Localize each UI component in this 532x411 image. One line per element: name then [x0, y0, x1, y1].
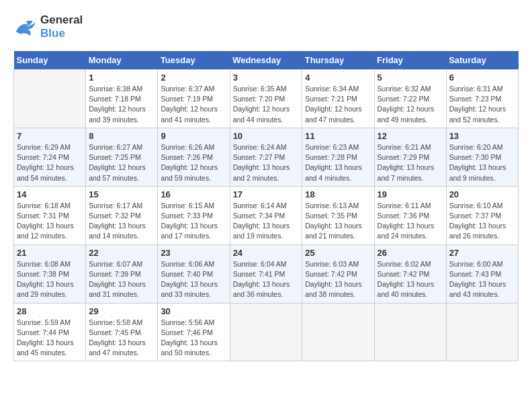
col-header-tuesday: Tuesday [158, 51, 230, 70]
day-cell: 14 Sunrise: 6:18 AM Sunset: 7:31 PM Dayl… [14, 186, 86, 244]
day-cell [14, 70, 86, 128]
day-number: 11 [305, 131, 371, 141]
day-number: 6 [449, 73, 515, 83]
day-info: Sunrise: 6:32 AM Sunset: 7:22 PM Dayligh… [378, 84, 443, 125]
day-number: 30 [161, 306, 226, 316]
day-cell: 3 Sunrise: 6:35 AM Sunset: 7:20 PM Dayli… [230, 70, 302, 128]
week-row-0: 1 Sunrise: 6:38 AM Sunset: 7:18 PM Dayli… [14, 70, 519, 128]
day-info: Sunrise: 6:14 AM Sunset: 7:34 PM Dayligh… [233, 201, 300, 242]
day-info: Sunrise: 6:34 AM Sunset: 7:21 PM Dayligh… [305, 84, 371, 125]
day-info: Sunrise: 6:37 AM Sunset: 7:19 PM Dayligh… [161, 84, 226, 125]
week-row-1: 7 Sunrise: 6:29 AM Sunset: 7:24 PM Dayli… [14, 128, 519, 186]
day-cell [446, 303, 518, 361]
day-cell: 7 Sunrise: 6:29 AM Sunset: 7:24 PM Dayli… [14, 128, 86, 186]
day-number: 22 [89, 248, 154, 258]
day-cell [230, 303, 302, 361]
col-header-sunday: Sunday [14, 51, 86, 70]
day-cell [302, 303, 374, 361]
col-header-monday: Monday [86, 51, 158, 70]
day-info: Sunrise: 6:26 AM Sunset: 7:26 PM Dayligh… [161, 142, 226, 183]
day-cell: 6 Sunrise: 6:31 AM Sunset: 7:23 PM Dayli… [446, 70, 518, 128]
day-cell: 30 Sunrise: 5:56 AM Sunset: 7:46 PM Dayl… [158, 303, 230, 361]
day-cell: 13 Sunrise: 6:20 AM Sunset: 7:30 PM Dayl… [446, 128, 518, 186]
day-cell: 8 Sunrise: 6:27 AM Sunset: 7:25 PM Dayli… [86, 128, 158, 186]
col-header-wednesday: Wednesday [230, 51, 302, 70]
day-number: 26 [378, 248, 443, 258]
day-cell: 19 Sunrise: 6:11 AM Sunset: 7:36 PM Dayl… [374, 186, 446, 244]
day-cell: 9 Sunrise: 6:26 AM Sunset: 7:26 PM Dayli… [158, 128, 230, 186]
day-cell: 10 Sunrise: 6:24 AM Sunset: 7:27 PM Dayl… [230, 128, 302, 186]
day-number: 23 [161, 248, 226, 258]
day-cell: 29 Sunrise: 5:58 AM Sunset: 7:45 PM Dayl… [86, 303, 158, 361]
day-cell: 4 Sunrise: 6:34 AM Sunset: 7:21 PM Dayli… [302, 70, 374, 128]
day-info: Sunrise: 6:35 AM Sunset: 7:20 PM Dayligh… [233, 84, 300, 125]
day-cell: 17 Sunrise: 6:14 AM Sunset: 7:34 PM Dayl… [230, 186, 302, 244]
day-cell: 27 Sunrise: 6:00 AM Sunset: 7:43 PM Dayl… [446, 244, 518, 303]
day-number: 10 [233, 131, 300, 141]
day-info: Sunrise: 6:31 AM Sunset: 7:23 PM Dayligh… [449, 84, 515, 125]
day-info: Sunrise: 6:03 AM Sunset: 7:42 PM Dayligh… [305, 259, 371, 300]
logo-icon [13, 17, 38, 37]
day-cell: 11 Sunrise: 6:23 AM Sunset: 7:28 PM Dayl… [302, 128, 374, 186]
day-info: Sunrise: 6:23 AM Sunset: 7:28 PM Dayligh… [305, 142, 371, 183]
day-cell: 25 Sunrise: 6:03 AM Sunset: 7:42 PM Dayl… [302, 244, 374, 303]
day-cell: 16 Sunrise: 6:15 AM Sunset: 7:33 PM Dayl… [158, 186, 230, 244]
day-number: 28 [17, 306, 83, 316]
day-info: Sunrise: 6:24 AM Sunset: 7:27 PM Dayligh… [233, 142, 300, 183]
day-info: Sunrise: 6:13 AM Sunset: 7:35 PM Dayligh… [305, 201, 371, 242]
day-info: Sunrise: 6:15 AM Sunset: 7:33 PM Dayligh… [161, 201, 226, 242]
day-info: Sunrise: 5:56 AM Sunset: 7:46 PM Dayligh… [161, 318, 226, 359]
day-number: 9 [161, 131, 226, 141]
day-number: 24 [233, 248, 300, 258]
day-cell: 1 Sunrise: 6:38 AM Sunset: 7:18 PM Dayli… [86, 70, 158, 128]
day-cell: 21 Sunrise: 6:08 AM Sunset: 7:38 PM Dayl… [14, 244, 86, 303]
day-info: Sunrise: 6:07 AM Sunset: 7:39 PM Dayligh… [89, 259, 154, 300]
day-info: Sunrise: 6:29 AM Sunset: 7:24 PM Dayligh… [17, 142, 83, 183]
week-row-4: 28 Sunrise: 5:59 AM Sunset: 7:44 PM Dayl… [14, 303, 519, 361]
day-info: Sunrise: 6:27 AM Sunset: 7:25 PM Dayligh… [89, 142, 154, 183]
day-number: 15 [89, 189, 154, 199]
day-number: 3 [233, 73, 300, 83]
day-info: Sunrise: 6:02 AM Sunset: 7:42 PM Dayligh… [378, 259, 443, 300]
day-info: Sunrise: 6:04 AM Sunset: 7:41 PM Dayligh… [233, 259, 300, 300]
day-cell: 28 Sunrise: 5:59 AM Sunset: 7:44 PM Dayl… [14, 303, 86, 361]
day-number: 12 [378, 131, 443, 141]
day-info: Sunrise: 5:59 AM Sunset: 7:44 PM Dayligh… [17, 318, 83, 359]
day-number: 4 [305, 73, 371, 83]
day-info: Sunrise: 6:10 AM Sunset: 7:37 PM Dayligh… [449, 201, 515, 242]
day-cell: 2 Sunrise: 6:37 AM Sunset: 7:19 PM Dayli… [158, 70, 230, 128]
day-info: Sunrise: 6:20 AM Sunset: 7:30 PM Dayligh… [449, 142, 515, 183]
logo: General Blue [13, 13, 83, 40]
day-cell: 23 Sunrise: 6:06 AM Sunset: 7:40 PM Dayl… [158, 244, 230, 303]
header-row: SundayMondayTuesdayWednesdayThursdayFrid… [14, 51, 519, 70]
col-header-thursday: Thursday [302, 51, 374, 70]
calendar-table: SundayMondayTuesdayWednesdayThursdayFrid… [13, 51, 519, 361]
day-number: 8 [89, 131, 154, 141]
day-number: 2 [161, 73, 226, 83]
day-number: 7 [17, 131, 83, 141]
day-number: 25 [305, 248, 371, 258]
day-number: 14 [17, 189, 83, 199]
day-cell: 5 Sunrise: 6:32 AM Sunset: 7:22 PM Dayli… [374, 70, 446, 128]
day-number: 16 [161, 189, 226, 199]
day-number: 27 [449, 248, 515, 258]
day-cell: 22 Sunrise: 6:07 AM Sunset: 7:39 PM Dayl… [86, 244, 158, 303]
day-info: Sunrise: 6:11 AM Sunset: 7:36 PM Dayligh… [378, 201, 443, 242]
week-row-2: 14 Sunrise: 6:18 AM Sunset: 7:31 PM Dayl… [14, 186, 519, 244]
day-info: Sunrise: 6:21 AM Sunset: 7:29 PM Dayligh… [378, 142, 443, 183]
day-number: 13 [449, 131, 515, 141]
day-number: 1 [89, 73, 154, 83]
day-cell [374, 303, 446, 361]
day-number: 20 [449, 189, 515, 199]
day-number: 21 [17, 248, 83, 258]
day-cell: 12 Sunrise: 6:21 AM Sunset: 7:29 PM Dayl… [374, 128, 446, 186]
day-number: 18 [305, 189, 371, 199]
page-header: General Blue [13, 13, 519, 40]
day-number: 5 [378, 73, 443, 83]
col-header-saturday: Saturday [446, 51, 518, 70]
day-cell: 18 Sunrise: 6:13 AM Sunset: 7:35 PM Dayl… [302, 186, 374, 244]
day-info: Sunrise: 6:18 AM Sunset: 7:31 PM Dayligh… [17, 201, 83, 242]
col-header-friday: Friday [374, 51, 446, 70]
day-info: Sunrise: 6:38 AM Sunset: 7:18 PM Dayligh… [89, 84, 154, 125]
day-cell: 15 Sunrise: 6:17 AM Sunset: 7:32 PM Dayl… [86, 186, 158, 244]
